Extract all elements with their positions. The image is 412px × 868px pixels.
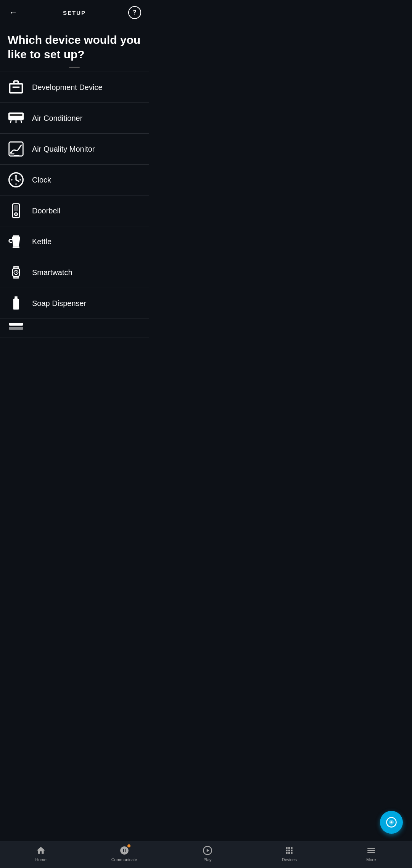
device-name: Soap Dispenser	[32, 299, 86, 308]
list-item[interactable]: Kettle	[0, 226, 149, 257]
list-item-partial[interactable]	[0, 319, 149, 338]
device-name: Clock	[32, 176, 51, 184]
device-name: Air Quality Monitor	[32, 145, 95, 154]
svg-point-6	[19, 147, 20, 148]
page-title: SETUP	[63, 10, 86, 16]
device-name: Doorbell	[32, 207, 60, 215]
device-name: Kettle	[32, 237, 52, 246]
device-name: Development Device	[32, 83, 103, 92]
svg-rect-19	[9, 323, 23, 325]
list-item[interactable]: Clock	[0, 165, 149, 195]
svg-point-4	[10, 152, 12, 153]
scroll-indicator	[0, 65, 149, 72]
header: ← SETUP ?	[0, 0, 149, 25]
list-item[interactable]: Development Device	[0, 72, 149, 103]
scroll-dot	[69, 67, 80, 68]
svg-rect-20	[9, 327, 23, 330]
svg-rect-1	[8, 112, 24, 120]
svg-point-11	[15, 183, 17, 185]
device-name: Air Conditioner	[32, 114, 82, 123]
soap-dispenser-icon	[8, 295, 24, 312]
svg-point-8	[11, 179, 13, 181]
svg-rect-16	[13, 247, 19, 248]
device-list: Development Device Air Conditioner	[0, 72, 149, 338]
setup-question: Which device would you like to set up?	[0, 25, 149, 65]
back-button[interactable]: ←	[8, 6, 19, 19]
help-button[interactable]: ?	[128, 6, 141, 19]
partial-icon	[8, 320, 24, 337]
svg-rect-0	[13, 86, 19, 88]
svg-point-10	[15, 175, 17, 176]
kettle-icon	[8, 233, 24, 250]
list-item[interactable]: Doorbell	[0, 195, 149, 226]
list-item[interactable]: Soap Dispenser	[0, 288, 149, 319]
air-quality-icon	[8, 141, 24, 157]
ac-icon	[8, 110, 24, 127]
svg-rect-13	[14, 205, 18, 211]
svg-point-15	[16, 214, 17, 215]
list-item[interactable]: Air Conditioner	[0, 103, 149, 134]
svg-point-5	[14, 149, 16, 151]
clock-icon	[8, 171, 24, 188]
svg-point-9	[19, 179, 21, 181]
device-name: Smartwatch	[32, 268, 72, 277]
smartwatch-icon	[8, 264, 24, 281]
svg-rect-2	[10, 114, 23, 116]
list-item[interactable]: Smartwatch	[0, 257, 149, 288]
doorbell-icon	[8, 202, 24, 219]
briefcase-icon	[8, 79, 24, 96]
list-item[interactable]: Air Quality Monitor	[0, 134, 149, 165]
